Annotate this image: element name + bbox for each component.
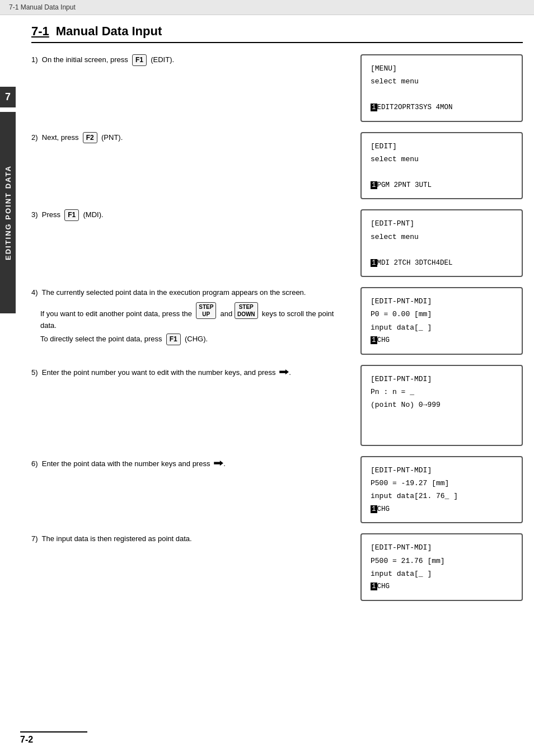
screen-5-line2: (point No) 0→999 <box>371 398 513 411</box>
screen-4-header: [EDIT-PNT-MDI] <box>371 295 513 308</box>
screen-1-line3: 1EDIT2OPRT3SYS 4MON <box>371 101 513 114</box>
screen-6-line1: P500 = -19.27 [mm] <box>371 477 513 490</box>
screen-3-line2 <box>371 243 513 256</box>
step-7-desc: The input data is then registered as poi… <box>42 534 192 543</box>
step-3-key: F1 <box>64 209 79 221</box>
screen-box-6: [EDIT-PNT-MDI] P500 = -19.27 [mm] input … <box>360 456 523 524</box>
screen-box-1: [MENU] select menu 1EDIT2OPRT3SYS 4MON <box>360 54 523 122</box>
step-4-desc: The currently selected point data in the… <box>42 288 306 297</box>
step-4-f1-key: F1 <box>166 334 181 345</box>
screen-6-line3: 1CHG <box>371 503 513 516</box>
step-1-number: 1) <box>31 55 40 64</box>
screen-3-line1: select menu <box>371 231 513 243</box>
step-2: 2) Next, press F2 (PNT). [EDIT] select m… <box>31 132 523 200</box>
screen-2-line1: select menu <box>371 153 513 166</box>
step-4-number: 4) <box>31 288 40 297</box>
step-6: 6) Enter the point data with the number … <box>31 456 523 524</box>
screen-7-line1: P500 = 21.76 [mm] <box>371 555 513 567</box>
screen-1-line1: select menu <box>371 75 513 88</box>
step-4-text: 4) The currently selected point data in … <box>31 287 352 345</box>
step-1-desc: On the initial screen, press <box>42 55 128 64</box>
chapter-number: 7 <box>0 87 16 107</box>
step-3-desc: Press <box>42 210 60 219</box>
step-6-period: . <box>223 459 226 468</box>
step-5-screen: [EDIT-PNT-MDI] Pn : n = _ (point No) 0→9… <box>360 365 523 446</box>
screen-box-2: [EDIT] select menu 1PGM 2PNT 3UTL <box>360 132 523 200</box>
screen-5-header: [EDIT-PNT-MDI] <box>371 373 513 386</box>
page-header: 7-1 Manual Data Input <box>0 0 534 15</box>
step-3-key-label: (MDI). <box>83 210 104 219</box>
page-footer: 7-2 <box>20 731 87 745</box>
step-7-number: 7) <box>31 534 40 543</box>
step-5: 5) Enter the point number you want to ed… <box>31 365 523 446</box>
screen-5-line1: Pn : n = _ <box>371 386 513 398</box>
step-1-screen: [MENU] select menu 1EDIT2OPRT3SYS 4MON <box>360 54 523 122</box>
screen-3-line3: 1MDI 2TCH 3DTCH4DEL <box>371 257 513 270</box>
screen-box-7: [EDIT-PNT-MDI] P500 = 21.76 [mm] input d… <box>360 533 523 601</box>
screen-4-line3: 1CHG <box>371 334 513 347</box>
screen-7-line3: 1CHG <box>371 580 513 593</box>
step-6-text: 6) Enter the point data with the number … <box>31 456 352 471</box>
screen-4-line2: input data[_ ] <box>371 321 513 334</box>
step-1: 1) On the initial screen, press F1 (EDIT… <box>31 54 523 122</box>
screen-4-line1: P0 = 0.00 [mm] <box>371 308 513 321</box>
step-5-desc: Enter the point number you want to edit … <box>42 368 276 377</box>
step-4-sub1: If you want to edit another point data, … <box>40 302 352 332</box>
step-6-desc: Enter the point data with the number key… <box>42 459 210 468</box>
step-3-number: 3) <box>31 210 40 219</box>
step-5-number: 5) <box>31 368 40 377</box>
step-4-sub2: To directly select the point data, press… <box>40 334 352 345</box>
step-up-key: STEPUP <box>196 302 216 319</box>
screen-5-line3 <box>371 412 513 425</box>
screen-2-line2 <box>371 166 513 179</box>
page-number: 7-2 <box>20 735 33 744</box>
step-4-screen: [EDIT-PNT-MDI] P0 = 0.00 [mm] input data… <box>360 287 523 355</box>
screen-1-header: [MENU] <box>371 62 513 75</box>
screen-6-header: [EDIT-PNT-MDI] <box>371 464 513 477</box>
step-1-key-label: (EDIT). <box>151 55 174 64</box>
chapter-tab: EDITING POINT DATA <box>0 112 16 313</box>
step-2-text: 2) Next, press F2 (PNT). <box>31 132 352 144</box>
step-2-number: 2) <box>31 133 40 142</box>
main-content: 7-1 Manual Data Input 1) On the initial … <box>20 15 534 622</box>
step-3-screen: [EDIT-PNT] select menu 1MDI 2TCH 3DTCH4D… <box>360 209 523 277</box>
step-7: 7) The input data is then registered as … <box>31 533 523 601</box>
screen-box-4: [EDIT-PNT-MDI] P0 = 0.00 [mm] input data… <box>360 287 523 355</box>
step-2-desc: Next, press <box>42 133 79 142</box>
step-6-number: 6) <box>31 459 40 468</box>
screen-1-line2 <box>371 88 513 101</box>
step-3: 3) Press F1 (MDI). [EDIT-PNT] select men… <box>31 209 523 277</box>
screen-2-header: [EDIT] <box>371 140 513 153</box>
section-number: 7-1 <box>31 24 49 39</box>
step-4: 4) The currently selected point data in … <box>31 287 523 355</box>
step-1-text: 1) On the initial screen, press F1 (EDIT… <box>31 54 352 66</box>
section-title: 7-1 Manual Data Input <box>31 24 523 43</box>
screen-7-header: [EDIT-PNT-MDI] <box>371 541 513 554</box>
screen-7-line2: input data[_ ] <box>371 567 513 580</box>
step-6-screen: [EDIT-PNT-MDI] P500 = -19.27 [mm] input … <box>360 456 523 524</box>
section-title-text: Manual Data Input <box>56 24 162 39</box>
screen-box-5: [EDIT-PNT-MDI] Pn : n = _ (point No) 0→9… <box>360 365 523 446</box>
step-3-text: 3) Press F1 (MDI). <box>31 209 352 221</box>
step-5-arrow: ➡ <box>279 365 288 379</box>
step-2-key-label: (PNT). <box>101 133 123 142</box>
step-5-period: . <box>289 368 291 377</box>
step-1-key: F1 <box>132 54 147 66</box>
screen-3-header: [EDIT-PNT] <box>371 217 513 230</box>
step-down-key: STEPDOWN <box>235 302 258 319</box>
header-title: 7-1 Manual Data Input <box>9 3 76 11</box>
step-7-screen: [EDIT-PNT-MDI] P500 = 21.76 [mm] input d… <box>360 533 523 601</box>
screen-5-line4 <box>371 425 513 438</box>
step-2-screen: [EDIT] select menu 1PGM 2PNT 3UTL <box>360 132 523 200</box>
screen-6-line2: input data[21. 76_ ] <box>371 490 513 503</box>
screen-2-line3: 1PGM 2PNT 3UTL <box>371 179 513 192</box>
screen-box-3: [EDIT-PNT] select menu 1MDI 2TCH 3DTCH4D… <box>360 209 523 277</box>
step-4-main: 4) The currently selected point data in … <box>31 287 352 299</box>
step-5-text: 5) Enter the point number you want to ed… <box>31 365 352 379</box>
step-7-text: 7) The input data is then registered as … <box>31 533 352 545</box>
step-6-arrow: ➡ <box>213 456 223 471</box>
step-2-key: F2 <box>83 132 97 144</box>
